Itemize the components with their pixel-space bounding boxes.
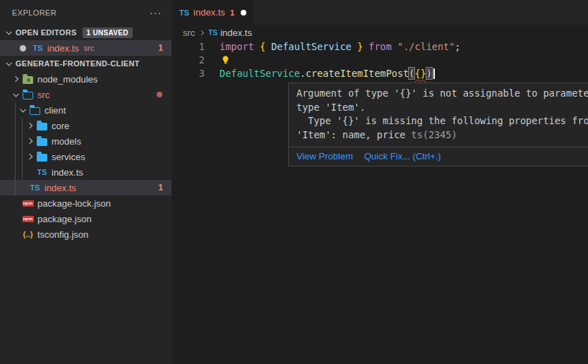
tree-item-services[interactable]: services (0, 149, 172, 164)
punctuation-token: . (300, 68, 306, 79)
tree-item-client[interactable]: client (0, 102, 172, 118)
chevron-down-icon (13, 91, 18, 97)
tree-item-core[interactable]: core (0, 118, 172, 133)
line-number: 1 (172, 40, 205, 54)
unsaved-count-badge: 1 UNSAVED (83, 28, 133, 38)
tab-error-count: 1 (230, 8, 234, 17)
tab-bar: TS index.ts 1 (172, 0, 588, 25)
explorer-sidebar: EXPLORER ··· OPEN EDITORS 1 UNSAVED TS i… (0, 0, 172, 364)
hover-message: Argument of type '{}' is not assignable … (289, 83, 588, 147)
tree-item-models[interactable]: models (0, 133, 172, 149)
tree-item-label: index.ts (52, 167, 83, 178)
hover-message-line: Argument of type '{}' is not assignable … (296, 87, 588, 101)
tree-item-label: core (52, 121, 69, 131)
more-actions-icon[interactable]: ··· (150, 7, 162, 18)
method-token: createItemItemPost (306, 68, 409, 79)
tree-item-label: services (52, 152, 85, 162)
breadcrumb-folder[interactable]: src (183, 28, 195, 38)
node-modules-folder-icon (21, 75, 35, 84)
indent-guide (15, 102, 16, 195)
hover-message-text: 'Item': name, price (296, 129, 412, 140)
tree-item-src[interactable]: src (0, 87, 172, 102)
tree-item-package-json[interactable]: npm package.json (0, 211, 172, 226)
chevron-right-icon (27, 123, 32, 128)
class-token: DefaultService (220, 68, 300, 79)
hover-message-line: 'Item': name, price ts(2345) (296, 128, 588, 142)
quick-fix-link[interactable]: Quick Fix... (Ctrl+.) (364, 151, 441, 162)
workspace-root-header[interactable]: GENERATE-FRONTEND-CLIENT (0, 56, 172, 71)
tree-item-label: models (52, 136, 81, 147)
open-editor-description: src (84, 44, 95, 52)
brace-token: { (260, 41, 265, 52)
breadcrumb: src TS index.ts (172, 25, 588, 40)
tree-item-client-index-ts[interactable]: TS index.ts (0, 164, 172, 180)
folder-icon (35, 121, 49, 131)
editor-group: TS index.ts 1 src TS index.ts 1 2 3 impo… (172, 0, 588, 364)
lightbulb-icon[interactable] (221, 55, 230, 65)
chevron-down-icon (6, 29, 11, 35)
diagnostic-code: ts(2345) (412, 129, 457, 140)
sidebar-header: EXPLORER ··· (0, 0, 172, 25)
keyword-token: import (220, 41, 260, 52)
text-cursor (433, 68, 435, 79)
sidebar-title: EXPLORER (12, 8, 56, 17)
hover-actions: View Problem Quick Fix... (Ctrl+.) (289, 147, 588, 166)
error-argument-token: {} (414, 68, 426, 79)
open-editor-filename: index.ts (47, 43, 79, 54)
modified-dot-icon (20, 45, 26, 51)
breadcrumb-separator-icon (199, 30, 204, 35)
open-editors-label: OPEN EDITORS (16, 28, 77, 37)
error-count-badge: 1 (158, 43, 163, 53)
indent-guide (22, 118, 23, 180)
tree-item-label: package.json (37, 214, 92, 224)
tree-item-src-index-ts[interactable]: TS index.ts 1 (0, 180, 172, 195)
error-dot-badge (157, 92, 162, 97)
chevron-down-icon (20, 107, 25, 112)
typescript-file-icon: TS (28, 183, 42, 192)
tab-index-ts[interactable]: TS index.ts 1 (172, 0, 254, 25)
view-problem-link[interactable]: View Problem (296, 151, 353, 162)
matched-bracket: ) (426, 68, 432, 79)
code-line-1[interactable]: import { DefaultService } from "./client… (220, 40, 460, 54)
string-token: "./client" (397, 41, 455, 52)
tab-filename: index.ts (193, 7, 225, 18)
typescript-file-icon: TS (208, 29, 217, 37)
keyword-token: from (363, 41, 397, 52)
folder-icon (35, 137, 49, 146)
tree-item-label: tsconfig.json (37, 229, 88, 240)
tree-item-label: index.ts (44, 183, 76, 193)
code-line-3[interactable]: DefaultService.createItemItemPost({}) (220, 67, 435, 80)
folder-icon (35, 152, 49, 162)
chevron-right-icon (27, 154, 32, 159)
chevron-down-icon (6, 60, 11, 66)
tree-item-tsconfig-json[interactable]: {..} tsconfig.json (0, 226, 172, 242)
error-count-badge: 1 (158, 183, 163, 193)
open-editors-header[interactable]: OPEN EDITORS 1 UNSAVED (0, 25, 172, 40)
tree-item-node-modules[interactable]: node_modules (0, 71, 172, 87)
npm-file-icon: npm (21, 216, 35, 222)
typescript-file-icon: TS (31, 44, 44, 52)
chevron-right-icon (13, 76, 18, 82)
tree-item-label: src (37, 90, 49, 100)
unsaved-dot-icon[interactable] (241, 10, 246, 16)
identifier-token: DefaultService (265, 41, 357, 52)
open-folder-icon (28, 106, 42, 115)
tree-item-label: package-lock.json (37, 198, 111, 209)
json-config-file-icon: {..} (21, 230, 35, 238)
open-folder-icon (21, 90, 35, 99)
hover-message-line: Type '{}' is missing the following prope… (296, 114, 588, 128)
punctuation-token: ; (455, 41, 460, 52)
typescript-file-icon: TS (35, 168, 49, 176)
error-hover-tooltip: Argument of type '{}' is not assignable … (288, 83, 588, 166)
line-number: 3 (172, 67, 205, 80)
workspace-root-label: GENERATE-FRONTEND-CLIENT (16, 59, 140, 68)
chevron-right-icon (27, 138, 32, 144)
brace-token: } (357, 41, 363, 52)
typescript-file-icon: TS (179, 8, 189, 17)
hover-message-line: type 'Item'. (296, 101, 588, 115)
tree-item-package-lock-json[interactable]: npm package-lock.json (0, 195, 172, 211)
breadcrumb-file[interactable]: index.ts (220, 28, 252, 38)
open-editor-item-index-ts[interactable]: TS index.ts src 1 (0, 40, 172, 56)
npm-file-icon: npm (21, 200, 35, 207)
tree-item-label: node_modules (37, 74, 97, 85)
